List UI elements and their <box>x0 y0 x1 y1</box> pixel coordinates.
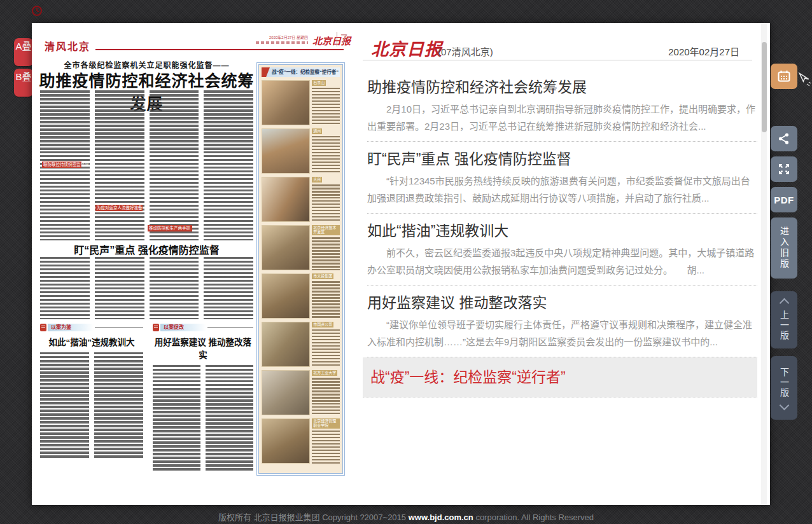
article-title[interactable]: 如此“揩油”违规教训大 <box>367 221 757 240</box>
share-icon <box>777 132 791 146</box>
newspaper-body-text <box>150 90 199 240</box>
article-title[interactable]: 盯“民声”重点 强化疫情防控监督 <box>367 149 757 169</box>
article-item-selected[interactable]: 战“疫”一线：纪检监察“逆行者” <box>363 357 757 397</box>
previous-page-label: 上一版 <box>778 310 790 341</box>
main-panel: 清风北京 2020年2月27日 星期四 北京日报 7 全市各级纪检监察机关立足职… <box>32 23 770 505</box>
photo-column[interactable]: 战“疫”一线：纪检监察“逆行者” 石景山 通州 大兴 <box>256 62 345 476</box>
newspaper-body-text <box>95 90 144 240</box>
newspaper-body-text <box>40 257 90 319</box>
app-background: A叠 B叠 清风北京 2020年2月27日 星期四 北京日报 7 全市各级纪检监… <box>0 0 812 524</box>
newspaper-body-text <box>153 365 200 472</box>
newspaper-body-text <box>40 352 89 459</box>
photo-label: 市文投集团 <box>312 273 333 279</box>
feature-article-right[interactable]: 以案促改 用好监察建议 推动整改落实 <box>153 323 253 472</box>
photo-label: 通州 <box>312 128 322 134</box>
photo-label: 北方工业大学 <box>312 370 337 376</box>
scrollbar-thumb[interactable] <box>762 42 767 132</box>
tag-rule <box>207 328 253 328</box>
photo-caption <box>312 378 340 415</box>
feature-headline[interactable]: 用好监察建议 推动整改落实 <box>153 335 253 361</box>
newspaper-photo <box>262 370 310 415</box>
newspaper-date: 2020年2月27日 星期四 <box>256 35 308 40</box>
newspaper-staff-line <box>256 41 308 44</box>
newspaper-photo <box>262 128 310 174</box>
newspaper-body-text <box>150 257 199 319</box>
scrollbar-track[interactable] <box>761 23 767 505</box>
feature-headline[interactable]: 如此“揩油”违规教训大 <box>40 335 143 348</box>
previous-page-button[interactable]: 上一版 <box>771 291 797 348</box>
article-title[interactable]: 战“疫”一线：纪检监察“逆行者” <box>370 368 751 387</box>
share-button[interactable] <box>771 126 797 151</box>
section-label: (07清风北京) <box>438 45 493 58</box>
next-page-button[interactable]: 下一版 <box>771 356 797 420</box>
article-panel-header: 北京日报 (07清风北京) 2020年02月27日 <box>363 23 757 60</box>
article-item[interactable]: 盯“民声”重点 强化疫情防控监督 “针对12345市民服务热线持续反映的旅游退费… <box>367 142 757 214</box>
photo-caption <box>312 184 340 222</box>
feature-article-left[interactable]: 以案为鉴 如此“揩油”违规教训大 <box>40 323 143 459</box>
photo-item: 市文投集团 <box>262 273 340 319</box>
fullscreen-button[interactable] <box>771 156 797 182</box>
section-rule <box>95 49 344 50</box>
fullscreen-icon <box>777 162 791 176</box>
newspaper-body-text <box>204 257 253 319</box>
newspaper-section-title: 清风北京 <box>45 38 90 53</box>
newspaper-page[interactable]: 清风北京 2020年2月27日 星期四 北京日报 7 全市各级纪检监察机关立足职… <box>32 23 353 505</box>
article-summary: “建议你单位领导班子要切实履行主体责任，严格遵守议事规则和决策程序，建立健全准入… <box>367 316 757 350</box>
article-item[interactable]: 助推疫情防控和经济社会统筹发展 2月10日，习近平总书记亲自到北京调研指导新冠肺… <box>367 70 757 142</box>
old-version-button[interactable]: 进入旧版 <box>771 217 797 279</box>
feature-tag: 以案促改 <box>160 324 206 331</box>
edition-a-button[interactable]: A叠 <box>14 38 33 66</box>
article-title[interactable]: 助推疫情防控和经济社会统筹发展 <box>367 78 757 97</box>
photo-caption <box>312 136 340 174</box>
photo-item: 北京经济技术开发区 <box>262 225 340 270</box>
footer: 版权所有 北京日报报业集团 Copyright ?2007~2015 www.b… <box>0 511 812 523</box>
newspaper-body-columns <box>153 365 253 472</box>
issue-date: 2020年02月27日 <box>668 45 739 58</box>
feature-tag: 以案为鉴 <box>48 324 94 331</box>
newspaper-subheadline[interactable]: 盯“民声”重点 强化疫情防控监督 <box>40 242 253 257</box>
brand-logo: 北京日报 <box>371 36 442 60</box>
newspaper-photo <box>262 322 310 367</box>
article-summary: “针对12345市民服务热线持续反映的旅游退费有关问题，市纪委监委督促市文旅局出… <box>367 172 757 207</box>
newspaper-photo <box>262 80 310 125</box>
photo-item: 北方工业大学 <box>262 370 340 415</box>
article-title[interactable]: 用好监察建议 推动整改落实 <box>367 293 757 312</box>
edition-b-button[interactable]: B叠 <box>14 69 33 97</box>
article-item[interactable]: 用好监察建议 推动整改落实 “建议你单位领导班子要切实履行主体责任，严格遵守议事… <box>367 286 757 357</box>
photo-caption <box>312 237 340 270</box>
photo-item: 北京经济管理职业学院 <box>262 418 340 464</box>
article-summary: 前不久，密云区纪委监委通报3起违反中央八项规定精神典型问题。其中，大城子镇道路办… <box>367 244 757 279</box>
calendar-icon <box>777 69 791 83</box>
photo-label: 石景山 <box>312 80 326 86</box>
pdf-button[interactable]: PDF <box>771 187 797 212</box>
newspaper-photo <box>262 225 310 270</box>
photo-column-title-text: 战“疫”一线：纪检监察“逆行者” <box>272 69 339 75</box>
newspaper-photo <box>262 418 310 464</box>
chevron-up-icon <box>779 298 789 308</box>
photo-caption <box>312 329 340 367</box>
photo-item: 大兴 <box>262 177 340 222</box>
footer-rights: corporation. All Rights Reserved <box>473 513 594 522</box>
photo-label: 大兴 <box>312 177 322 183</box>
newspaper-body-text <box>204 90 253 240</box>
article-summary: 2月10日，习近平总书记亲自到北京调研指导新冠肺炎疫情防控工作，提出明确要求，作… <box>367 100 757 135</box>
photo-caption <box>312 431 340 464</box>
newspaper-body-text <box>206 365 253 472</box>
article-item[interactable]: 如此“揩油”违规教训大 前不久，密云区纪委监委通报3起违反中央八项规定精神典型问… <box>367 214 757 286</box>
newspaper-body-text <box>95 257 144 319</box>
mouse-cursor <box>798 71 812 88</box>
inline-subhead: 推动防控和生产两手抓 <box>148 225 192 231</box>
newspaper-body-columns <box>40 352 143 459</box>
newspaper-body-text <box>94 352 143 459</box>
photo-caption <box>312 281 340 319</box>
history-clock-icon[interactable] <box>31 5 43 17</box>
tag-rule <box>95 328 143 328</box>
photo-item: 通州 <box>262 128 340 174</box>
chevron-down-icon <box>779 400 789 410</box>
photo-label: 北京经济管理职业学院 <box>312 418 340 429</box>
footer-link[interactable]: www.bjd.com.cn <box>409 513 473 522</box>
photo-label: 北京经济技术开发区 <box>312 225 340 235</box>
calendar-button[interactable] <box>771 64 797 89</box>
footer-copyright: 版权所有 北京日报报业集团 Copyright ?2007~2015 <box>218 513 409 522</box>
photo-caption <box>312 88 340 125</box>
